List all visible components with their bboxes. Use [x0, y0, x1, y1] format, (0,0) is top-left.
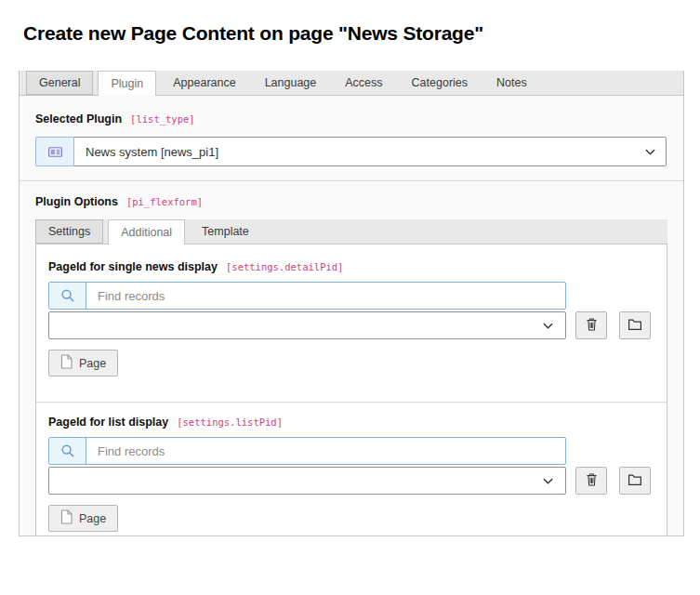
tab-template[interactable]: Template — [190, 219, 261, 244]
browse-records-button[interactable] — [619, 467, 651, 495]
folder-icon — [627, 473, 642, 489]
chevron-down-icon — [530, 319, 565, 333]
additional-tab-content: PageId for single news display [settings… — [35, 245, 667, 536]
trash-icon — [585, 317, 599, 335]
page-button-label: Page — [79, 357, 106, 370]
plugin-options-code: [pi_flexform] — [126, 196, 203, 207]
tab-additional[interactable]: Additional — [108, 219, 185, 245]
page-button-label: Page — [79, 512, 106, 525]
search-icon — [49, 438, 86, 464]
plugin-tab-content: Selected Plugin [list_type] News system — [20, 96, 683, 536]
tab-categories[interactable]: Categories — [400, 71, 480, 95]
list-pid-label: PageId for list display — [48, 416, 168, 429]
page-title: Create new Page Content on page "News St… — [23, 22, 483, 45]
selected-plugin-label: Selected Plugin — [35, 112, 122, 126]
list-pid-search-group — [48, 437, 566, 465]
plugin-options-section: Plugin Options [pi_flexform] Settings Ad… — [20, 181, 683, 536]
detail-pid-code: [settings.detailPid] — [226, 261, 343, 272]
selected-plugin-value: News system [news_pi1] — [73, 138, 634, 165]
trash-icon — [585, 472, 599, 490]
detail-pid-search-input[interactable] — [86, 283, 565, 309]
page-button[interactable]: Page — [48, 350, 118, 377]
tab-appearance[interactable]: Appearance — [161, 71, 247, 95]
selected-plugin-section: Selected Plugin [list_type] News system — [20, 96, 683, 166]
tab-general[interactable]: General — [26, 71, 93, 95]
tab-language[interactable]: Language — [253, 71, 329, 95]
main-tabbar: General Plugin Appearance Language Acces… — [20, 71, 683, 96]
page-icon — [60, 354, 73, 372]
search-icon — [49, 283, 86, 309]
tab-settings[interactable]: Settings — [35, 219, 103, 244]
flexform-tabbar: Settings Additional Template — [35, 219, 667, 245]
chevron-down-icon — [634, 138, 666, 165]
detail-pid-select[interactable] — [48, 311, 566, 339]
form-panel: General Plugin Appearance Language Acces… — [19, 71, 684, 536]
delete-record-button[interactable] — [575, 311, 607, 339]
tab-access[interactable]: Access — [333, 71, 394, 95]
list-pid-search-input[interactable] — [86, 438, 565, 464]
field-list-pid: PageId for list display [settings.listPi… — [36, 403, 667, 536]
create-content-page: Create new Page Content on page "News St… — [0, 0, 700, 595]
plugin-options-label: Plugin Options — [35, 195, 118, 208]
browse-records-button[interactable] — [619, 311, 651, 339]
selected-plugin-select[interactable]: News system [news_pi1] — [35, 137, 667, 166]
field-detail-pid: PageId for single news display [settings… — [36, 245, 667, 402]
detail-pid-label: PageId for single news display — [48, 260, 218, 273]
delete-record-button[interactable] — [575, 467, 607, 495]
tab-notes[interactable]: Notes — [484, 71, 539, 95]
page-icon — [60, 509, 73, 527]
folder-icon — [627, 318, 642, 334]
selected-plugin-code: [list_type] — [130, 113, 195, 125]
detail-pid-search-group — [48, 282, 566, 310]
tab-plugin[interactable]: Plugin — [98, 71, 156, 96]
newspaper-plugin-icon — [35, 137, 74, 166]
list-pid-select[interactable] — [48, 467, 566, 495]
chevron-down-icon — [530, 474, 565, 488]
page-button[interactable]: Page — [48, 505, 118, 532]
list-pid-code: [settings.listPid] — [177, 416, 283, 428]
